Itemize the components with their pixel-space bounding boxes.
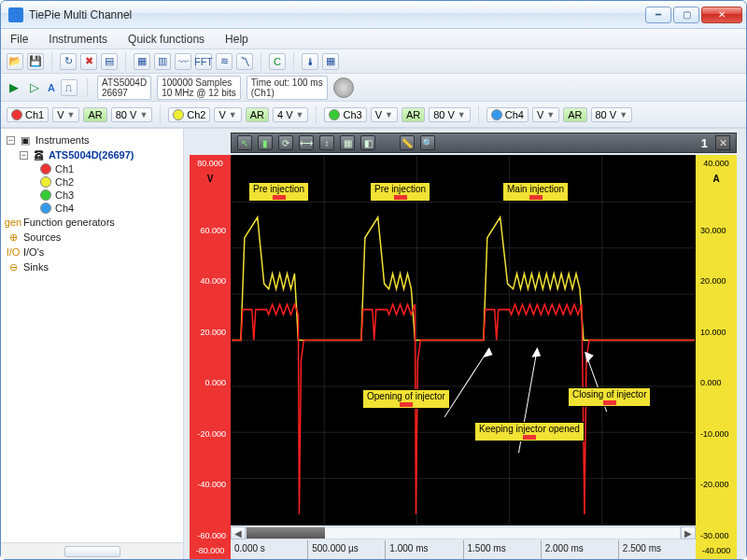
ch1-range[interactable]: 80 V▼ [111,107,153,122]
signal-icon[interactable]: ≋ [216,53,233,70]
tree-sinks[interactable]: ⊖Sinks [3,259,181,274]
ch2-autorange[interactable]: AR [246,107,269,122]
tree-ch3[interactable]: Ch3 [3,189,181,202]
sidebar-scrollbar[interactable] [1,542,183,559]
menu-file[interactable]: File [7,31,32,48]
ch2-range[interactable]: 4 V▼ [273,107,308,122]
right-axis-unit: A [698,174,735,184]
fft-icon[interactable]: FFT [195,53,212,70]
scrollbar-thumb[interactable] [64,546,120,557]
collapse-icon[interactable]: − [20,151,28,160]
tree-ios[interactable]: I/OI/O's [3,245,181,259]
ch4-range[interactable]: 80 V▼ [591,107,633,122]
save-icon[interactable]: 💾 [27,53,44,70]
tree-ch4[interactable]: Ch4 [3,202,181,215]
ch4-dot-icon [40,203,51,214]
refresh-icon[interactable]: ↻ [60,53,77,70]
delete-icon[interactable]: ✖ [80,53,97,70]
menu-instruments[interactable]: Instruments [45,31,111,48]
chevron-down-icon: ▼ [139,110,148,119]
left-axis[interactable]: 80.000 V 60.000 40.000 20.000 0.000 -20.… [190,155,231,559]
scroll-track[interactable] [246,526,681,539]
toolbar-device: ▶ ▷ A ⎍ ATS5004D 26697 100000 Samples 10… [1,74,746,102]
svg-marker-12 [485,348,492,357]
ch4-autorange[interactable]: AR [563,107,586,122]
tree-device-node[interactable]: − 🖀 ATS5004D(26697) [3,147,181,162]
tree-sources[interactable]: ⊕Sources [3,230,181,245]
axis-tick: -20.000 [698,480,735,489]
channel-ch2[interactable]: Ch2 [168,107,210,122]
tree-funcgen[interactable]: genFunction generators [3,215,181,230]
measure-icon[interactable]: ⟳ [278,135,293,150]
scroll-right-icon[interactable]: ▶ [681,526,696,539]
scope-panel: ↖ ▮ ⟳ ⟷ ↕ ▦ ◧ 📏 🔍 1 ✕ 80.000 V [184,129,746,559]
collapse-icon[interactable]: − [7,136,15,145]
annotation-main-injection[interactable]: Main injection [502,182,569,202]
minimize-button[interactable]: ━ [645,7,671,23]
time-axis[interactable]: 0.000 s 500.000 µs 1.000 ms 1.500 ms 2.0… [231,540,696,559]
chevron-down-icon: ▼ [619,110,627,119]
zoom-h-icon[interactable]: ⟷ [299,135,314,150]
table-icon[interactable]: ▦ [322,53,339,70]
temp-icon[interactable]: 🌡 [302,53,318,70]
clamp-icon[interactable]: С [269,53,286,70]
ch3-autorange[interactable]: AR [402,107,425,122]
annotation-pre-injection-2[interactable]: Pre injection [370,182,430,202]
sample-info-box[interactable]: 100000 Samples 10 MHz @ 12 bits [157,76,241,100]
horizontal-scrollbar[interactable]: ◀ ▶ [231,525,696,540]
channel-ch4[interactable]: Ch4 [486,107,529,122]
play-once-icon[interactable]: ▷ [27,80,42,95]
chevron-down-icon: ▼ [296,110,304,119]
marker-icon [523,435,536,440]
chart-icon[interactable]: 〽 [236,53,253,70]
marker-icon [400,402,413,407]
play-icon[interactable]: ▶ [7,80,21,95]
zoom-v-icon[interactable]: ↕ [319,135,334,150]
ruler-icon[interactable]: 📏 [400,135,415,150]
menu-help[interactable]: Help [221,31,252,48]
sources-icon: ⊕ [7,231,20,244]
tree-ch1[interactable]: Ch1 [3,162,181,175]
annotation-pre-injection-1[interactable]: Pre injection [248,182,309,202]
ch3-coupling[interactable]: V▼ [371,107,398,122]
eraser-icon[interactable]: ◧ [360,135,375,150]
cursor-icon[interactable]: ↖ [237,135,252,150]
scroll-thumb[interactable] [247,527,325,539]
open-icon[interactable]: 📂 [7,53,23,70]
maximize-button[interactable]: ▢ [673,7,699,23]
timeout-box[interactable]: Time out: 100 ms (Ch1) [247,76,328,100]
right-axis[interactable]: 40.000 A 30.000 20.000 10.000 0.000 -10.… [696,155,737,559]
graph-close-icon[interactable]: ✕ [715,135,730,150]
add-panel-icon[interactable]: ▦ [134,53,150,70]
marker-icon [603,400,616,405]
scope-canvas[interactable]: Pre injection Pre injection Main injecti… [231,155,696,525]
ch1-coupling[interactable]: V▼ [52,107,79,122]
close-button[interactable]: ✕ [701,7,742,23]
separator [478,105,479,124]
gear-icon[interactable] [333,77,354,98]
annotation-keeping[interactable]: Keeping injector opened [474,422,585,441]
annotation-closing[interactable]: Closing of injector [568,387,651,407]
ch2-coupling[interactable]: V▼ [214,107,241,122]
device-model-box[interactable]: ATS5004D 26697 [97,76,151,100]
scroll-left-icon[interactable]: ◀ [231,526,246,539]
graph-icon[interactable]: 〰 [175,53,191,70]
tree-ch2[interactable]: Ch2 [3,175,181,189]
autoset-icon[interactable]: A [48,82,55,93]
annotation-opening[interactable]: Opening of injector [362,389,450,409]
trigger-icon[interactable]: ⎍ [61,79,78,96]
channel-ch1[interactable]: Ch1 [7,107,49,122]
menu-quick-functions[interactable]: Quick functions [124,31,208,48]
ch4-coupling[interactable]: V▼ [532,107,559,122]
search-icon[interactable]: 🔍 [420,135,435,150]
channel-ch3[interactable]: Ch3 [324,107,366,122]
ch3-range[interactable]: 80 V▼ [429,107,471,122]
meter-icon[interactable]: ▥ [154,53,171,70]
marker-icon[interactable]: ▮ [258,135,273,150]
ch1-autorange[interactable]: AR [83,107,106,122]
axis-tick: 0.000 [191,378,229,387]
doc-icon[interactable]: ▤ [101,53,118,70]
palette-icon[interactable]: ▦ [340,135,355,150]
tree-instruments-node[interactable]: − ▣ Instruments [3,133,181,147]
right-axis-max: 40.000 [696,155,737,172]
